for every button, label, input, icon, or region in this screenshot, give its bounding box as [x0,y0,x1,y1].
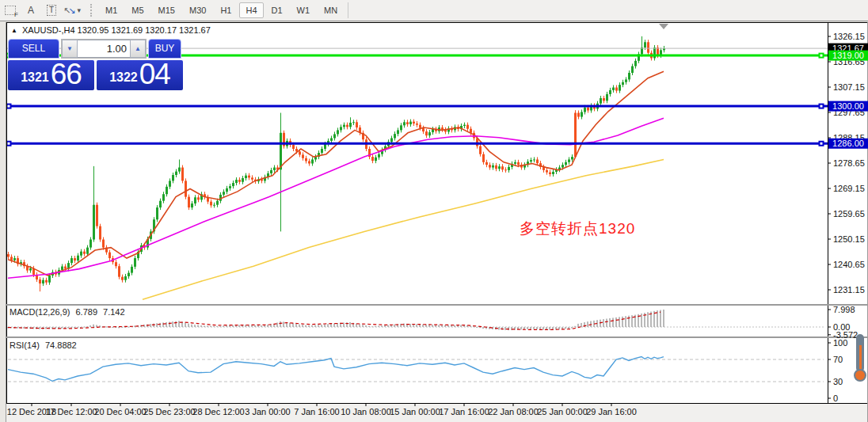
volume-increase-button[interactable]: ▲ [130,40,146,58]
chart-title: XAUUSD-,H4 1320.95 1321.69 1320.17 1321.… [22,25,211,35]
volume-input[interactable] [78,40,130,58]
time-axis-drag-area[interactable] [6,403,828,422]
mt4-chart-window: F A T ↖ ↘ ▾ M1M5M15M30H1H4D1W1MN 1326.15… [0,0,868,422]
rsi-scale-label: 100 [833,338,847,348]
buy-button[interactable]: BUY [148,39,181,59]
thermometer-icon [852,334,868,386]
macd-scale-label: 7.998 [833,305,855,314]
macd-value-2: 7.142 [103,307,125,317]
rsi-scale-label: 0 [833,393,838,403]
macd-value-1: 6.789 [75,307,97,317]
pane-divider[interactable] [6,304,868,306]
volume-control: ▼ ▲ [61,39,147,59]
trade-panel-top-row: SELL ▼ ▲ BUY [8,39,181,59]
rsi-pane-label: RSI(14) 74.8882 [10,340,77,350]
rsi-scale-label: 30 [833,377,843,386]
rsi-name: RSI(14) [10,340,40,350]
chart-annotation-text[interactable]: 多空转折点1320 [520,219,635,239]
rsi-value: 74.8882 [45,340,77,350]
sell-button[interactable]: SELL [8,39,59,59]
pane-divider[interactable] [6,336,868,338]
buy-price-points: 04 [139,61,170,88]
macd-name: MACD(12,26,9) [10,307,70,317]
chart-collapse-icon[interactable]: ▲ [11,27,17,34]
volume-decrease-button[interactable]: ▼ [62,40,78,58]
sell-price-prefix: 1321 [21,67,49,88]
one-click-trading-panel: SELL ▼ ▲ BUY 1321 66 1322 04 [8,39,184,90]
window-left-gutter [0,22,6,422]
thermometer-bulb [854,369,866,382]
buy-price-prefix: 1322 [109,67,138,88]
chart-title-row: ▲ XAUUSD-,H4 1320.95 1321.69 1320.17 132… [11,25,211,36]
sell-price-points: 66 [51,61,82,88]
sell-price-display[interactable]: 1321 66 [8,60,94,90]
macd-pane-label: MACD(12,26,9) 6.789 7.142 [10,307,125,317]
buy-price-display[interactable]: 1322 04 [97,60,183,90]
rsi-scale-label: 70 [833,355,843,364]
